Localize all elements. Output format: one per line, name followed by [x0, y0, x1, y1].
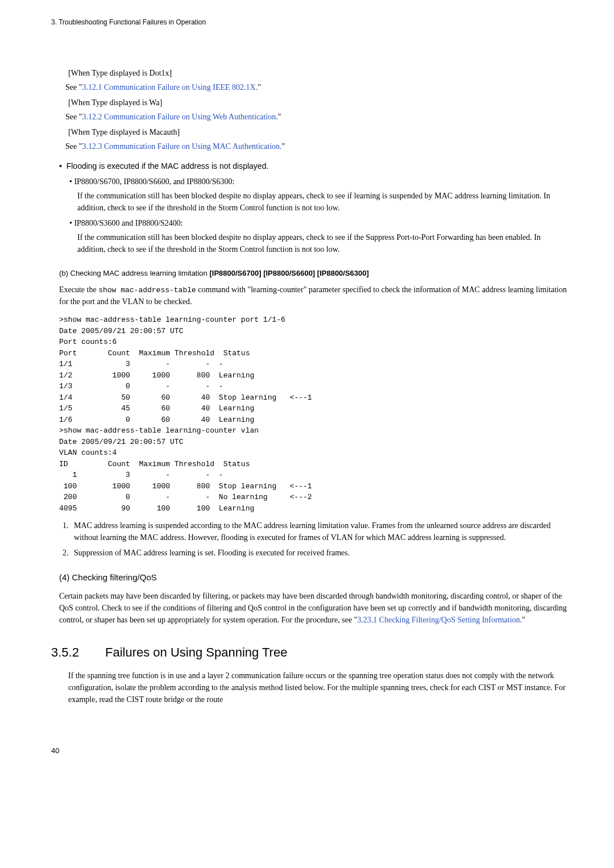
section-4-heading: (4) Checking filtering/QoS: [59, 571, 569, 584]
see-prefix: See ": [65, 142, 82, 151]
type-dot1x-label: [When Type displayed is Dot1x]: [68, 67, 569, 79]
flooding-heading: • Flooding is executed if the MAC addres…: [59, 160, 569, 172]
flooding-item-1-label: IP8800/S6700, IP8800/S6600, and IP8800/S…: [69, 176, 569, 188]
section-3-5-2-body: If the spanning tree function is in use …: [68, 670, 569, 705]
flooding-item-1-body: If the communication still has been bloc…: [77, 190, 569, 214]
section-3-5-2-heading: 3.5.2Failures on Using Spanning Tree: [51, 643, 569, 662]
intro-code: show mac-address-table: [98, 286, 196, 294]
type-wa-label: [When Type displayed is Wa]: [68, 97, 569, 109]
note-2-text: Suppression of MAC address learning is s…: [74, 549, 350, 557]
type-macauth-label: [When Type displayed is Macauth]: [68, 126, 569, 138]
numbered-notes: MAC address learning is suspended accord…: [59, 520, 569, 559]
section-title: Failures on Using Spanning Tree: [105, 645, 287, 659]
note-1: MAC address learning is suspended accord…: [70, 520, 569, 543]
flooding-item-2-label: IP8800/S3600 and IP8800/S2400:: [69, 217, 569, 229]
see-suffix: ": [282, 142, 285, 151]
page-number: 40: [51, 745, 569, 757]
link-3-12-2[interactable]: 3.12.2 Communication Failure on Using We…: [82, 113, 277, 121]
section-4-body: Certain packets may have been discarded …: [59, 590, 569, 626]
note-1-text: MAC address learning is suspended accord…: [74, 521, 551, 542]
chapter-header: 3. Troubleshooting Functional Failures i…: [51, 17, 569, 27]
subsection-b-prefix: (b) Checking MAC address learning limita…: [59, 269, 209, 277]
console-output: >show mac-address-table learning-counter…: [59, 314, 569, 514]
intro-pre: Execute the: [59, 285, 98, 294]
see-suffix: ": [258, 83, 261, 92]
see-suffix: ": [278, 113, 281, 121]
link-3-23-1[interactable]: 3.23.1 Checking Filtering/QoS Setting In…: [357, 616, 522, 624]
section-number: 3.5.2: [51, 643, 105, 662]
subsection-b-intro: Execute the show mac-address-table comma…: [59, 284, 569, 308]
link-3-12-3[interactable]: 3.12.3 Communication Failure on Using MA…: [82, 142, 281, 151]
type-macauth-see: See "3.12.3 Communication Failure on Usi…: [65, 140, 569, 152]
type-dot1x-see: See "3.12.1 Communication Failure on Usi…: [65, 81, 569, 93]
flooding-heading-text: Flooding is executed if the MAC address …: [67, 161, 269, 171]
flooding-item-2-body: If the communication still has been bloc…: [77, 231, 569, 255]
sec4-body-after: ": [522, 616, 525, 624]
subsection-b-heading: (b) Checking MAC address learning limita…: [59, 268, 569, 279]
type-wa-see: See "3.12.2 Communication Failure on Usi…: [65, 111, 569, 123]
link-3-12-1[interactable]: 3.12.1 Communication Failure on Using IE…: [82, 83, 258, 92]
see-prefix: See ": [65, 113, 82, 121]
see-prefix: See ": [65, 83, 82, 92]
note-2: Suppression of MAC address learning is s…: [70, 547, 569, 559]
subsection-b-models: [IP8800/S6700] [IP8800/S6600] [IP8800/S6…: [209, 269, 368, 277]
